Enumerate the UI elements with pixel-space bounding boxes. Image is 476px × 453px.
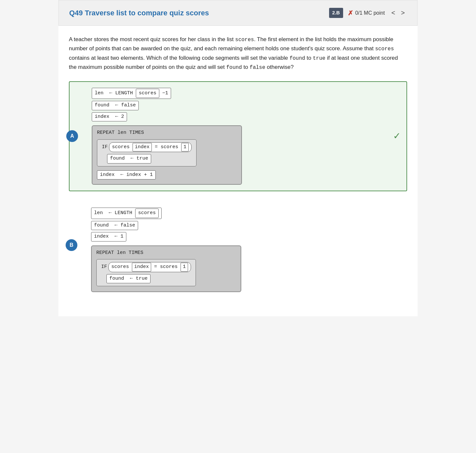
scores-box-b1: scores [135, 209, 159, 218]
one-square-b: 1 [181, 263, 188, 272]
if-header-b: IF scores index = scores 1 [101, 262, 191, 272]
found-true-box-b: found ← true [106, 274, 151, 284]
repeat-block-b: REPEAT len TIMES IF scores index = score… [91, 245, 241, 292]
repeat-header-b: REPEAT len TIMES [96, 249, 236, 257]
if-header-a: IF scores index = scores 1 [102, 142, 192, 152]
found-box-b: found ← false [91, 221, 138, 230]
score-info: ✗ 0/1 MC point [348, 8, 385, 18]
inline-code-found2: found [226, 65, 242, 70]
one-square-a: 1 [181, 143, 189, 152]
code-line-len-a: len ← LENGTH scores −1 [92, 88, 242, 99]
index-box-b: index ← 1 [91, 232, 126, 242]
repeat-header-a: REPEAT len TIMES [97, 129, 237, 137]
question-title: Q49 Traverse list to compare quiz scores [69, 8, 209, 18]
inline-code-true1: true [313, 55, 325, 61]
inline-code-scores2: scores [375, 46, 394, 52]
x-mark-icon: ✗ [348, 8, 353, 18]
page-container: Q49 Traverse list to compare quiz scores… [58, 0, 418, 316]
header-right: 2.B ✗ 0/1 MC point < > [329, 8, 407, 18]
repeat-block-a: REPEAT len TIMES IF scores index = score… [92, 125, 242, 185]
code-line-len-b: len ← LENGTH scores [91, 208, 241, 219]
nav-next-button[interactable]: > [399, 8, 407, 17]
inline-code-found1: found [290, 55, 305, 61]
found-true-box-a: found ← true [107, 154, 151, 164]
option-a-code: len ← LENGTH scores −1 found ← false ind… [92, 88, 242, 185]
option-b[interactable]: B len ← LENGTH scores found ← false inde… [69, 202, 407, 298]
index-square-a: index [133, 143, 152, 152]
scores-box-a1: scores [136, 89, 159, 98]
inline-code-scores1: scores [235, 37, 254, 43]
found-true-b: found ← true [106, 274, 191, 284]
index-inc-box-a: index ← index + 1 [97, 170, 156, 180]
if-block-b: IF scores index = scores 1 found ← true [96, 259, 196, 286]
found-true-a: found ← true [107, 154, 192, 164]
code-line-index-inc-a: index ← index + 1 [97, 170, 237, 180]
if-condition-b: scores index = scores 1 [108, 262, 191, 272]
option-a[interactable]: A len ← LENGTH scores −1 found ← false i… [69, 81, 407, 192]
checkmark-icon: ✓ [393, 129, 401, 143]
question-header: Q49 Traverse list to compare quiz scores… [58, 0, 418, 26]
code-line-index-b: index ← 1 [91, 232, 241, 242]
option-a-label: A [66, 130, 78, 142]
question-body: A teacher stores the most recent quiz sc… [58, 35, 418, 316]
len-box-b: len ← LENGTH scores [91, 208, 162, 219]
len-box-a: len ← LENGTH scores −1 [92, 88, 171, 99]
badge-2b: 2.B [329, 8, 343, 18]
option-b-code: len ← LENGTH scores found ← false index … [91, 208, 241, 292]
index-square-b: index [132, 263, 151, 272]
nav-arrows: < > [389, 8, 407, 17]
code-line-found-a: found ← false [92, 101, 242, 110]
index-box-a: index ← 2 [92, 112, 127, 122]
if-block-a: IF scores index = scores 1 found ← true [97, 139, 197, 166]
if-condition-a: scores index = scores 1 [109, 142, 192, 152]
code-line-found-b: found ← false [91, 221, 241, 230]
nav-prev-button[interactable]: < [389, 8, 397, 17]
inline-code-false1: false [250, 65, 265, 70]
question-text: A teacher stores the most recent quiz sc… [69, 35, 407, 72]
option-b-label: B [66, 239, 77, 251]
found-box-a: found ← false [92, 101, 139, 110]
score-text: 0/1 MC point [355, 9, 385, 17]
code-line-index-a: index ← 2 [92, 112, 242, 122]
